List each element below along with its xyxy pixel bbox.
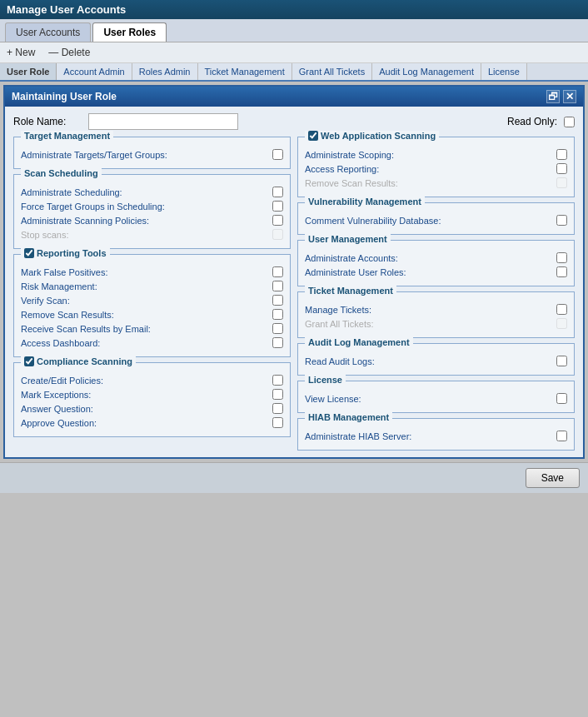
tab-user-roles[interactable]: User Roles	[92, 22, 167, 42]
checkbox-admin-scan-policies[interactable]	[272, 215, 283, 226]
checkbox-approve-question[interactable]	[272, 417, 283, 428]
section-title-user-management: User Management	[305, 234, 391, 244]
read-only-checkbox[interactable]	[564, 117, 575, 127]
checkbox-access-dashboard[interactable]	[272, 337, 283, 348]
section-content-ticket-management: Manage Tickets: Grant All Tickets:	[305, 302, 567, 331]
checkbox-admin-hiab-server[interactable]	[556, 431, 567, 441]
field-row-receive-scan-results-email: Receive Scan Results by Email:	[21, 321, 283, 336]
checkbox-admin-targets[interactable]	[272, 149, 283, 160]
field-label-answer-question: Answer Question:	[21, 404, 93, 414]
field-row-remove-scan-results-web: Remove Scan Results:	[305, 176, 567, 190]
field-row-admin-scheduling: Administrate Scheduling:	[21, 185, 283, 199]
save-button[interactable]: Save	[526, 468, 580, 488]
field-label-remove-scan-results-web: Remove Scan Results:	[305, 178, 398, 188]
field-label-admin-scheduling: Administrate Scheduling:	[21, 187, 122, 197]
delete-label: — Delete	[48, 47, 90, 58]
checkbox-mark-false-positives[interactable]	[272, 266, 283, 277]
read-only-row: Read Only:	[507, 116, 575, 127]
new-button[interactable]: + New	[7, 47, 35, 58]
checkbox-admin-scheduling[interactable]	[272, 187, 283, 197]
section-title-audit-log-management: Audit Log Management	[305, 337, 413, 347]
section-label-hiab-management: HIAB Management	[308, 412, 389, 422]
user-role-label: User Role	[0, 63, 57, 80]
checkbox-read-audit-logs[interactable]	[556, 356, 567, 366]
checkbox-section-reporting-tools[interactable]	[24, 248, 34, 258]
right-column: Web Application Scanning Administrate Sc…	[297, 137, 575, 451]
field-label-admin-accounts: Administrate Accounts:	[305, 253, 398, 263]
tab-user-accounts[interactable]: User Accounts	[5, 22, 91, 42]
role-tab-license[interactable]: License	[481, 63, 527, 80]
field-label-comment-vuln-db: Comment Vulnerability Database:	[305, 216, 441, 226]
section-title-hiab-management: HIAB Management	[305, 412, 392, 422]
section-content-compliance-scanning: Create/Edit Policies: Mark Exceptions: A…	[21, 373, 283, 430]
section-reporting-tools: Reporting Tools Mark False Positives: Ri…	[13, 254, 291, 357]
checkbox-force-target-groups[interactable]	[272, 201, 283, 212]
checkbox-admin-scoping[interactable]	[556, 149, 567, 160]
checkbox-remove-scan-results[interactable]	[272, 309, 283, 320]
field-label-stop-scans: Stop scans:	[21, 230, 68, 240]
role-tab-account-admin[interactable]: Account Admin	[57, 63, 132, 80]
role-tab-grant-all-tickets[interactable]: Grant All Tickets	[292, 63, 372, 80]
checkbox-admin-user-roles[interactable]	[556, 266, 567, 277]
role-tab-roles-admin[interactable]: Roles Admin	[132, 63, 198, 80]
checkbox-receive-scan-results-email[interactable]	[272, 323, 283, 334]
tab-bar: User Accounts User Roles	[0, 19, 588, 42]
title-bar: Manage User Accounts	[0, 0, 588, 19]
checkbox-section-compliance-scanning[interactable]	[24, 356, 34, 366]
field-row-admin-scan-policies: Administrate Scanning Policies:	[21, 213, 283, 227]
field-label-access-reporting: Access Reporting:	[305, 164, 379, 174]
field-row-mark-false-positives: Mark False Positives:	[21, 265, 283, 279]
field-label-admin-user-roles: Administrate User Roles:	[305, 267, 406, 277]
dialog-minimize-button[interactable]: 🗗	[546, 90, 560, 103]
section-content-vulnerability-management: Comment Vulnerability Database:	[305, 213, 567, 227]
field-row-view-license: View License:	[305, 391, 567, 406]
section-label-web-app-scanning: Web Application Scanning	[321, 131, 436, 141]
checkbox-view-license[interactable]	[556, 393, 567, 404]
checkbox-remove-scan-results-web[interactable]	[556, 177, 567, 188]
checkbox-comment-vuln-db[interactable]	[556, 215, 567, 226]
field-label-risk-management: Risk Management:	[21, 281, 97, 291]
new-label: + New	[7, 47, 35, 58]
section-content-license: View License:	[305, 391, 567, 406]
field-label-create-edit-policies: Create/Edit Policies:	[21, 376, 103, 386]
checkbox-section-web-app-scanning[interactable]	[308, 131, 318, 141]
field-label-mark-false-positives: Mark False Positives:	[21, 267, 108, 277]
checkbox-admin-accounts[interactable]	[556, 252, 567, 263]
sections-layout: Target Management Administrate Targets/T…	[13, 137, 575, 451]
section-label-user-management: User Management	[308, 234, 387, 244]
section-label-scan-scheduling: Scan Scheduling	[24, 168, 98, 178]
section-content-hiab-management: Administrate HIAB Server:	[305, 429, 567, 443]
bottom-bar: Save	[0, 462, 588, 493]
section-label-reporting-tools: Reporting Tools	[37, 248, 107, 258]
checkbox-verify-scan[interactable]	[272, 295, 283, 306]
checkbox-create-edit-policies[interactable]	[272, 375, 283, 386]
section-title-reporting-tools: Reporting Tools	[21, 248, 110, 258]
section-vulnerability-management: Vulnerability Management Comment Vulnera…	[297, 202, 575, 235]
field-label-verify-scan: Verify Scan:	[21, 296, 70, 306]
checkbox-answer-question[interactable]	[272, 403, 283, 414]
field-row-approve-question: Approve Question:	[21, 416, 283, 430]
checkbox-grant-all-tickets[interactable]	[556, 318, 567, 329]
checkbox-stop-scans[interactable]	[272, 229, 283, 240]
checkbox-mark-exceptions[interactable]	[272, 389, 283, 400]
read-only-label: Read Only:	[507, 116, 557, 127]
checkbox-risk-management[interactable]	[272, 281, 283, 291]
dialog-title-buttons: 🗗 ✕	[546, 90, 576, 103]
role-name-input[interactable]	[88, 113, 238, 130]
role-tabs-bar: User Role Account Admin Roles Admin Tick…	[0, 63, 588, 82]
checkbox-access-reporting[interactable]	[556, 163, 567, 174]
section-label-audit-log-management: Audit Log Management	[308, 337, 410, 347]
maintaining-user-role-dialog: Maintaining User Role 🗗 ✕ Role Name: Rea…	[3, 85, 585, 459]
checkbox-manage-tickets[interactable]	[556, 304, 567, 315]
dialog-close-button[interactable]: ✕	[563, 90, 576, 103]
section-ticket-management: Ticket Management Manage Tickets: Grant …	[297, 291, 575, 338]
section-label-target-management: Target Management	[24, 131, 110, 141]
role-tab-audit-log-management[interactable]: Audit Log Management	[372, 63, 481, 80]
field-label-read-audit-logs: Read Audit Logs:	[305, 356, 375, 366]
section-title-ticket-management: Ticket Management	[305, 286, 396, 296]
delete-button[interactable]: — Delete	[48, 47, 90, 58]
field-row-mark-exceptions: Mark Exceptions:	[21, 387, 283, 401]
left-column: Target Management Administrate Targets/T…	[13, 137, 291, 451]
role-tab-ticket-management[interactable]: Ticket Management	[198, 63, 292, 80]
field-row-admin-hiab-server: Administrate HIAB Server:	[305, 429, 567, 443]
